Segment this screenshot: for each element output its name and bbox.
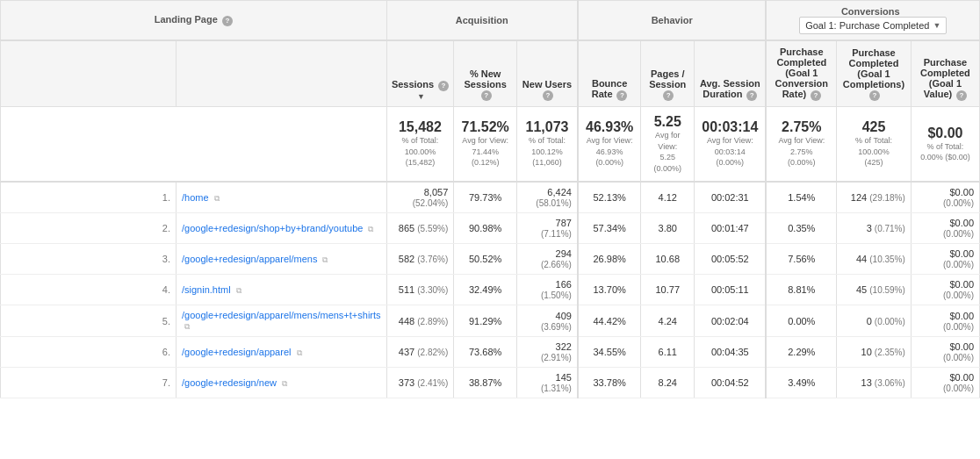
landing-page-link[interactable]: /home [182,192,209,203]
row-number: 7. [1,368,177,398]
purchase-completions-cell: 13 (3.06%) [837,368,912,398]
pages-session-cell: 6.11 [641,337,695,368]
purchase-completions-cell: 45 (10.59%) [837,275,912,305]
pages-session-cell: 3.80 [641,213,695,244]
table-row: 6. /google+redesign/apparel ⧉ 437 (2.82%… [1,337,980,368]
avg-duration-cell: 00:02:31 [695,182,767,213]
purchase-value-help-icon[interactable]: ? [956,90,967,101]
pages-per-session-col-header: Pages /Session ? [641,40,695,107]
purchase-value-cell: $0.00 (0.00%) [911,305,979,337]
landing-page-cell: /signin.html ⧉ [177,275,387,305]
acquisition-section-header: Acquisition [386,1,578,41]
new-users-cell: 787 (7.11%) [517,213,578,244]
pct-new-cell: 73.68% [454,337,517,368]
bounce-rate-cell: 33.78% [578,368,641,398]
row-number: 6. [1,337,177,368]
pct-new-cell: 50.52% [454,244,517,275]
landing-page-link[interactable]: /google+redesign/apparel/mens/mens+t+shi… [182,310,381,320]
landing-page-link[interactable]: /google+redesign/apparel [182,347,291,357]
copy-icon[interactable]: ⧉ [368,225,373,234]
pages-session-cell: 4.24 [641,305,695,337]
dropdown-arrow-icon: ▼ [933,21,940,30]
avg-session-duration-col-header: Avg. SessionDuration ? [695,40,767,107]
landing-page-link[interactable]: /signin.html [182,284,231,295]
landing-page-cell: /google+redesign/apparel/mens/mens+t+shi… [177,305,387,337]
totals-new-users: 11,073 % of Total: 100.12% (11,060) [517,107,578,183]
purchase-rate-cell: 8.81% [766,275,836,305]
new-users-cell: 166 (1.50%) [517,275,578,305]
new-users-cell: 409 (3.69%) [517,305,578,337]
landing-page-cell: /google+redesign/new ⧉ [177,368,387,398]
copy-icon[interactable]: ⧉ [322,255,328,265]
row-num-col-header [1,40,177,107]
page-col-header [177,40,387,107]
purchase-completions-cell: 10 (2.35%) [837,337,912,368]
purchase-rate-cell: 0.00% [766,305,836,337]
purchase-rate-cell: 7.56% [766,244,836,275]
avg-duration-cell: 00:02:04 [695,305,767,337]
purchase-value-cell: $0.00 (0.00%) [911,337,979,368]
bounce-rate-help-icon[interactable]: ? [616,90,627,101]
sessions-cell: 373 (2.41%) [386,368,454,398]
purchase-value-cell: $0.00 (0.00%) [911,182,979,213]
pages-session-cell: 4.12 [641,182,695,213]
copy-icon[interactable]: ⧉ [236,286,241,296]
sessions-cell: 582 (3.76%) [386,244,454,275]
purchase-rate-col-header: PurchaseCompleted(Goal 1ConversionRate) … [766,40,836,107]
avg-duration-cell: 00:01:47 [695,213,767,244]
sessions-cell: 511 (3.30%) [386,275,454,305]
pct-new-cell: 91.29% [454,305,517,337]
bounce-rate-cell: 26.98% [578,244,641,275]
avg-duration-cell: 00:04:52 [695,368,767,398]
avg-session-help-icon[interactable]: ? [746,90,757,101]
bounce-rate-cell: 44.42% [578,305,641,337]
landing-page-help-icon[interactable]: ? [222,16,233,26]
conversions-section-header: Conversions Goal 1: Purchase Completed ▼ [766,1,979,41]
totals-label-cell [1,107,387,183]
table-row: 4. /signin.html ⧉ 511 (3.30%) 32.49% 166… [1,275,980,305]
bounce-rate-cell: 34.55% [578,337,641,368]
row-number: 1. [1,182,177,213]
table-row: 3. /google+redesign/apparel/mens ⧉ 582 (… [1,244,980,275]
sessions-cell: 437 (2.82%) [386,337,454,368]
totals-purchase-rate: 2.75% Avg for View: 2.75% (0.00%) [766,107,836,183]
sessions-help-icon[interactable]: ? [438,81,449,91]
totals-avg-duration: 00:03:14 Avg for View: 00:03:14 (0.00%) [695,107,767,183]
totals-purchase-value: $0.00 % of Total: 0.00% ($0.00) [911,107,979,183]
copy-icon[interactable]: ⧉ [282,379,287,389]
purchase-completions-cell: 3 (0.71%) [837,213,912,244]
pages-session-help-icon[interactable]: ? [663,90,674,101]
landing-page-link[interactable]: /google+redesign/new [182,377,277,388]
avg-duration-cell: 00:05:52 [695,244,767,275]
goal-dropdown[interactable]: Goal 1: Purchase Completed ▼ [799,17,947,34]
behavior-section-header: Behavior [578,1,767,41]
purchase-rate-help-icon[interactable]: ? [811,90,821,101]
pct-new-sessions-help-icon[interactable]: ? [481,90,492,101]
copy-icon[interactable]: ⧉ [214,194,220,204]
purchase-completions-col-header: PurchaseCompleted(Goal 1Completions) ? [837,40,912,107]
totals-bounce-rate: 46.93% Avg for View: 46.93% (0.00%) [578,107,641,183]
totals-row: 15,482 % of Total: 100.00% (15,482) 71.5… [1,107,980,183]
pct-new-cell: 32.49% [454,275,517,305]
sessions-cell: 865 (5.59%) [386,213,454,244]
purchase-completions-help-icon[interactable]: ? [869,90,880,101]
purchase-completions-cell: 124 (29.18%) [837,182,912,213]
purchase-completions-cell: 44 (10.35%) [837,244,912,275]
purchase-value-cell: $0.00 (0.00%) [911,213,979,244]
sessions-sort-icon[interactable]: ▼ [417,92,425,101]
totals-pct-new: 71.52% Avg for View: 71.44% (0.12%) [454,107,517,183]
purchase-value-col-header: PurchaseCompleted(Goal 1Value) ? [911,40,979,107]
purchase-completions-cell: 0 (0.00%) [837,305,912,337]
totals-purchase-completions: 425 % of Total: 100.00% (425) [837,107,912,183]
copy-icon[interactable]: ⧉ [297,348,302,358]
new-users-col-header: New Users ? [517,40,578,107]
new-users-help-icon[interactable]: ? [543,90,553,101]
totals-sessions: 15,482 % of Total: 100.00% (15,482) [386,107,454,183]
pct-new-cell: 90.98% [454,213,517,244]
row-number: 3. [1,244,177,275]
purchase-value-cell: $0.00 (0.00%) [911,368,979,398]
landing-page-link[interactable]: /google+redesign/apparel/mens [182,254,317,264]
sessions-cell: 8,057 (52.04%) [386,182,454,213]
landing-page-link[interactable]: /google+redesign/shop+by+brand/youtube [182,223,363,233]
copy-icon[interactable]: ⧉ [184,322,190,332]
